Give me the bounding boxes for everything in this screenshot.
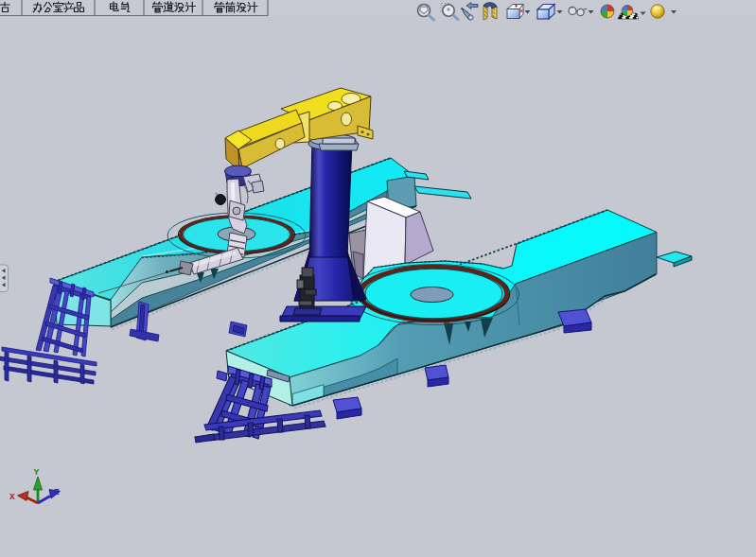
svg-text:X: X <box>9 492 15 502</box>
svg-text:Y: Y <box>34 467 40 478</box>
svg-text:Z: Z <box>54 487 60 497</box>
